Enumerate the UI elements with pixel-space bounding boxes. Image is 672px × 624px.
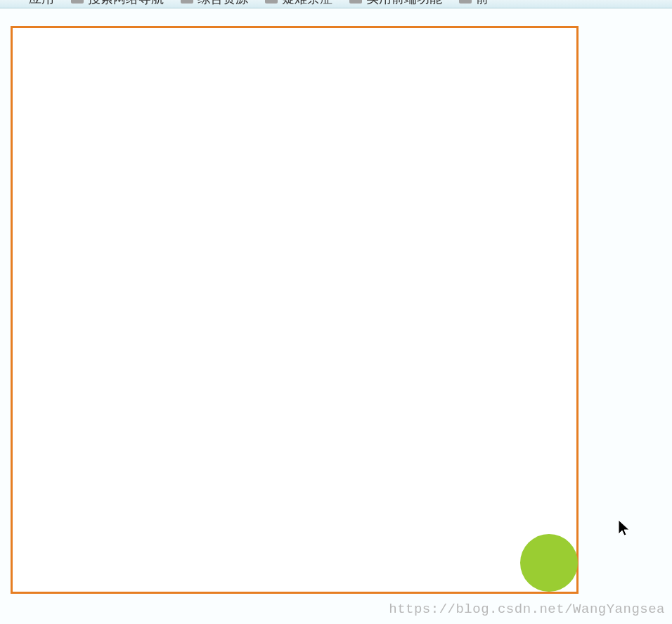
folder-icon [265,0,278,4]
bookmark-folder-partial[interactable]: 前 [459,0,489,7]
bookmark-label: 综合资源 [198,0,248,7]
content-area [0,8,672,594]
folder-icon [459,0,472,4]
watermark-text: https://blog.csdn.net/WangYangsea [389,602,665,617]
folder-icon [181,0,193,4]
bookmark-folder-frontend[interactable]: 实用前端功能 [349,0,442,7]
bookmark-folder-issues[interactable]: 疑难杂症 [265,0,332,7]
bookmark-bar: 应用 搜索网络导航 综合资源 疑难杂症 实用前端功能 前 [0,0,672,8]
bookmark-folder-search[interactable]: 搜索网络导航 [71,0,164,7]
bookmark-apps[interactable]: 应用 [11,0,54,7]
bookmark-folder-resources[interactable]: 综合资源 [181,0,248,7]
canvas-container[interactable] [11,26,579,594]
bookmark-label: 应用 [29,0,54,7]
folder-icon [349,0,362,4]
bookmark-label: 搜索网络导航 [88,0,164,7]
bookmark-label: 实用前端功能 [366,0,442,7]
ball-element[interactable] [520,534,578,592]
folder-icon [71,0,84,4]
bookmark-label: 前 [476,0,489,7]
bookmark-label: 疑难杂症 [282,0,332,7]
